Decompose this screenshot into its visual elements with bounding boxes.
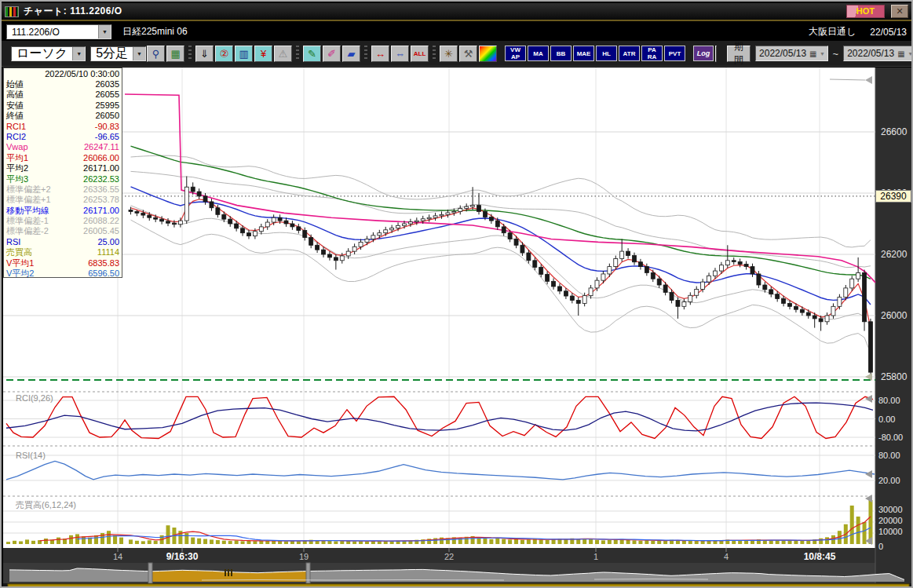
chart-type-select[interactable]: ローソク ▼ <box>11 46 86 61</box>
chart-type-value: ローソク <box>12 46 72 62</box>
chart-app-icon <box>5 6 19 17</box>
atr-button[interactable]: ATR <box>619 46 640 61</box>
svg-text:20.00: 20.00 <box>878 476 900 485</box>
svg-text:26200: 26200 <box>881 249 908 260</box>
eraser-icon[interactable]: ▰ <box>342 46 360 62</box>
tooltip-row: 標準偏差-126088.22 <box>6 216 119 226</box>
instrument-name: 日経225mini 06 <box>122 25 188 38</box>
bb-button[interactable]: BB <box>550 46 572 61</box>
date-range-tilde: ~ <box>833 48 839 60</box>
net-grid-icon[interactable]: ✳ <box>440 46 458 62</box>
svg-text:RSI(14): RSI(14) <box>16 451 46 460</box>
select-pencil-icon[interactable]: ✐ <box>323 46 341 62</box>
toolbar-grip[interactable] <box>188 46 192 61</box>
chevron-down-icon[interactable]: ▼ <box>906 51 913 57</box>
chevron-down-icon[interactable]: ▼ <box>133 47 145 60</box>
svg-text:1: 1 <box>593 552 598 561</box>
svg-text:4: 4 <box>724 552 729 561</box>
calendar-icon[interactable]: ▦ <box>809 49 816 58</box>
title-bar: チャート: 111.2206/O HOT ✕ <box>2 3 911 21</box>
svg-text:-80.00: -80.00 <box>878 433 903 442</box>
candle-width-blue-icon[interactable]: ⇔ <box>391 46 409 62</box>
tooltip-row: 売買高11114 <box>6 247 119 257</box>
svg-text:売買高(6,12,24): 売買高(6,12,24) <box>16 500 76 509</box>
chart-backgrounds <box>3 68 913 588</box>
date-from-value: 2022/05/13 <box>756 48 809 59</box>
svg-text:0.00: 0.00 <box>878 415 895 424</box>
tooltip-row: 平均226171.00 <box>6 163 119 173</box>
chevron-down-icon[interactable]: ▼ <box>818 51 827 57</box>
zoom-icon[interactable]: ⚲ <box>147 46 165 62</box>
yen-icon[interactable]: ¥ <box>254 46 272 62</box>
ma-button[interactable]: MA <box>528 46 549 61</box>
tooltip-row: RCI2-96.65 <box>6 132 119 142</box>
svg-text:30000: 30000 <box>878 505 903 514</box>
tooltip-row: 高値26055 <box>6 89 119 100</box>
data-download-icon[interactable]: ⇓ <box>195 46 214 62</box>
timeframe-value: 5分足 <box>91 46 133 62</box>
timeframe-select[interactable]: 5分足 ▼ <box>90 46 146 61</box>
tooltip-row: 標準偏差-226005.45 <box>6 226 119 236</box>
chevron-down-icon[interactable]: ▼ <box>98 25 111 38</box>
grid-icon[interactable]: ▦ <box>166 46 184 62</box>
hot-badge[interactable]: HOT <box>846 5 885 18</box>
date-to-input[interactable]: 2022/05/13 ▦ ▼ <box>843 46 913 61</box>
tooltip-row: 標準偏差+126253.78 <box>6 195 119 205</box>
close-button[interactable]: ✕ <box>891 5 908 18</box>
para-button[interactable]: PA RA <box>641 46 663 61</box>
circled-2-icon[interactable]: ② <box>215 46 233 62</box>
draw-pencil-icon[interactable]: ✎ <box>303 46 321 62</box>
quote-date: 22/05/13 <box>870 27 907 38</box>
calendar-icon[interactable]: ▦ <box>897 49 904 58</box>
navigator-left-handle[interactable] <box>148 563 152 583</box>
date-from-input[interactable]: 2022/05/13 ▦ ▼ <box>755 46 828 61</box>
bar-chart-icon[interactable]: ▥ <box>235 46 253 62</box>
pvt-button[interactable]: PVT <box>664 46 685 61</box>
tooltip-row: 安値25995 <box>6 100 119 111</box>
svg-text:25800: 25800 <box>881 371 908 382</box>
all-candles-icon[interactable]: ALL <box>411 46 429 62</box>
svg-text:19: 19 <box>299 552 309 561</box>
window-title: チャート: 111.2206/O <box>24 5 122 18</box>
flag-icon[interactable]: ⚑ <box>715 46 717 62</box>
svg-text:26000: 26000 <box>881 310 908 321</box>
alert-icon[interactable]: ⚠ <box>274 46 292 62</box>
toolbar-grip[interactable] <box>433 46 436 61</box>
chevron-down-icon[interactable]: ▼ <box>72 47 85 60</box>
tooltip-row: 平均126066.00 <box>6 153 119 163</box>
svg-text:22: 22 <box>444 552 454 561</box>
tooltip-row: RSI25.00 <box>6 237 119 247</box>
svg-text:10000: 10000 <box>878 527 903 536</box>
tooltip-row: 標準偏差+226336.55 <box>6 184 119 195</box>
svg-text:14: 14 <box>113 552 122 561</box>
svg-text:26600: 26600 <box>881 126 908 137</box>
tooltip-row: RCI1-90.83 <box>6 122 119 132</box>
tools-icon[interactable]: ⚒ <box>459 46 477 62</box>
symbol-select[interactable]: 111.2206/O ▼ <box>6 24 111 39</box>
symbol-value: 111.2206/O <box>7 27 98 38</box>
chart-canvas[interactable]: RCI(9,26)RSI(14)売買高(6,12,24)266002640026… <box>2 67 913 588</box>
cursor-price-tooltip: 26390 <box>875 190 911 203</box>
toolbar-grip[interactable] <box>296 46 299 61</box>
tooltip-row: V平均26596.50 <box>6 268 119 279</box>
hl-button[interactable]: HL <box>596 46 617 61</box>
log-scale-button[interactable]: Log <box>693 46 714 61</box>
horizontal-scrollbar[interactable] <box>8 584 909 588</box>
svg-text:10/8:45: 10/8:45 <box>804 551 836 562</box>
tooltip-timestamp: 2022/05/10 0:30:00 <box>6 69 119 79</box>
toolbar: ローソク ▼ 5分足 ▼ ⚲▦⇓②▥¥⚠✎✐▰↔⇔ALL✳⚒ VW APMABB… <box>2 41 911 67</box>
mae-button[interactable]: MAE <box>573 46 594 61</box>
candle-width-red-icon[interactable]: ↔ <box>371 46 389 62</box>
tooltip-row: V平均16835.83 <box>6 258 119 268</box>
rainbow-icon[interactable] <box>479 46 497 62</box>
toolbar-grip[interactable] <box>364 46 367 61</box>
tooltip-row: 移動平均線26171.00 <box>6 206 119 216</box>
period-button[interactable]: 期間 <box>727 46 750 62</box>
svg-text:80.00: 80.00 <box>878 451 900 460</box>
tooltip-row: Vwap26247.11 <box>6 142 119 152</box>
info-bar: 111.2206/O ▼ 日経225mini 06 大阪日通し 22/05/13 <box>2 23 911 41</box>
vwap-button[interactable]: VW AP <box>505 46 526 61</box>
svg-text:20000: 20000 <box>878 516 903 525</box>
value-tooltip-panel: 2022/05/10 0:30:00 始値26035高値26055安値25995… <box>3 68 122 278</box>
svg-text:80.00: 80.00 <box>878 396 900 405</box>
